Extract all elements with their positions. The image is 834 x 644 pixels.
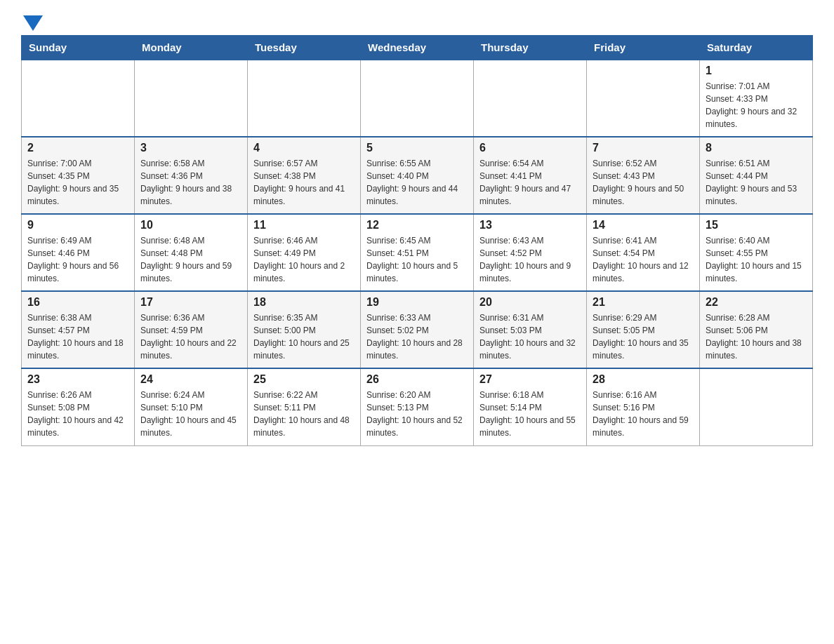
day-number: 20 bbox=[479, 296, 581, 309]
day-info: Sunrise: 6:31 AMSunset: 5:03 PMDaylight:… bbox=[479, 311, 581, 362]
day-info: Sunrise: 6:26 AMSunset: 5:08 PMDaylight:… bbox=[27, 389, 128, 439]
day-info: Sunrise: 6:57 AMSunset: 4:38 PMDaylight:… bbox=[253, 157, 355, 208]
week-row: 2Sunrise: 7:00 AMSunset: 4:35 PMDaylight… bbox=[22, 137, 813, 214]
day-number: 4 bbox=[253, 142, 355, 154]
logo bbox=[21, 14, 43, 28]
day-info: Sunrise: 6:18 AMSunset: 5:14 PMDaylight:… bbox=[479, 389, 581, 439]
page-header bbox=[21, 14, 813, 28]
calendar-cell bbox=[700, 368, 813, 445]
calendar-cell: 19Sunrise: 6:33 AMSunset: 5:02 PMDayligh… bbox=[361, 291, 474, 368]
day-number: 23 bbox=[27, 373, 128, 386]
calendar-cell: 21Sunrise: 6:29 AMSunset: 5:05 PMDayligh… bbox=[587, 291, 700, 368]
calendar-cell: 15Sunrise: 6:40 AMSunset: 4:55 PMDayligh… bbox=[700, 214, 813, 291]
calendar-cell: 16Sunrise: 6:38 AMSunset: 4:57 PMDayligh… bbox=[22, 291, 135, 368]
calendar-cell: 13Sunrise: 6:43 AMSunset: 4:52 PMDayligh… bbox=[474, 214, 587, 291]
day-info: Sunrise: 7:00 AMSunset: 4:35 PMDaylight:… bbox=[27, 157, 128, 208]
day-info: Sunrise: 7:01 AMSunset: 4:33 PMDaylight:… bbox=[706, 80, 807, 130]
day-number: 28 bbox=[593, 373, 694, 386]
calendar-cell bbox=[22, 60, 135, 137]
calendar-cell: 1Sunrise: 7:01 AMSunset: 4:33 PMDaylight… bbox=[700, 60, 813, 137]
day-number: 27 bbox=[479, 373, 581, 386]
calendar-cell bbox=[248, 60, 361, 137]
day-number: 12 bbox=[366, 219, 468, 232]
day-info: Sunrise: 6:33 AMSunset: 5:02 PMDaylight:… bbox=[366, 311, 468, 362]
day-number: 2 bbox=[27, 142, 128, 154]
calendar-cell: 26Sunrise: 6:20 AMSunset: 5:13 PMDayligh… bbox=[361, 368, 474, 445]
day-number: 10 bbox=[140, 219, 241, 232]
day-number: 6 bbox=[479, 142, 581, 154]
column-header-sunday: Sunday bbox=[22, 36, 135, 60]
week-row: 23Sunrise: 6:26 AMSunset: 5:08 PMDayligh… bbox=[22, 368, 813, 445]
header-row: SundayMondayTuesdayWednesdayThursdayFrid… bbox=[22, 36, 813, 60]
calendar-cell: 7Sunrise: 6:52 AMSunset: 4:43 PMDaylight… bbox=[587, 137, 700, 214]
calendar-cell: 10Sunrise: 6:48 AMSunset: 4:48 PMDayligh… bbox=[135, 214, 248, 291]
calendar-body: 1Sunrise: 7:01 AMSunset: 4:33 PMDaylight… bbox=[22, 60, 813, 445]
day-info: Sunrise: 6:46 AMSunset: 4:49 PMDaylight:… bbox=[253, 234, 355, 285]
day-info: Sunrise: 6:43 AMSunset: 4:52 PMDaylight:… bbox=[479, 234, 581, 285]
day-number: 9 bbox=[27, 219, 128, 232]
calendar-cell bbox=[135, 60, 248, 137]
day-info: Sunrise: 6:41 AMSunset: 4:54 PMDaylight:… bbox=[593, 234, 694, 285]
day-number: 19 bbox=[366, 296, 468, 309]
calendar-cell: 5Sunrise: 6:55 AMSunset: 4:40 PMDaylight… bbox=[361, 137, 474, 214]
calendar-cell: 2Sunrise: 7:00 AMSunset: 4:35 PMDaylight… bbox=[22, 137, 135, 214]
day-number: 16 bbox=[27, 296, 128, 309]
logo-triangle-icon bbox=[23, 15, 43, 31]
day-number: 1 bbox=[706, 65, 807, 77]
column-header-tuesday: Tuesday bbox=[248, 36, 361, 60]
day-number: 7 bbox=[593, 142, 694, 154]
calendar-cell: 17Sunrise: 6:36 AMSunset: 4:59 PMDayligh… bbox=[135, 291, 248, 368]
day-number: 5 bbox=[366, 142, 468, 154]
week-row: 1Sunrise: 7:01 AMSunset: 4:33 PMDaylight… bbox=[22, 60, 813, 137]
day-number: 17 bbox=[140, 296, 241, 309]
day-info: Sunrise: 6:16 AMSunset: 5:16 PMDaylight:… bbox=[593, 389, 694, 439]
calendar-header: SundayMondayTuesdayWednesdayThursdayFrid… bbox=[22, 36, 813, 60]
calendar-cell: 25Sunrise: 6:22 AMSunset: 5:11 PMDayligh… bbox=[248, 368, 361, 445]
day-number: 21 bbox=[593, 296, 694, 309]
calendar-cell: 3Sunrise: 6:58 AMSunset: 4:36 PMDaylight… bbox=[135, 137, 248, 214]
day-info: Sunrise: 6:35 AMSunset: 5:00 PMDaylight:… bbox=[253, 311, 355, 362]
day-info: Sunrise: 6:58 AMSunset: 4:36 PMDaylight:… bbox=[140, 157, 241, 208]
day-info: Sunrise: 6:45 AMSunset: 4:51 PMDaylight:… bbox=[366, 234, 468, 285]
day-number: 25 bbox=[253, 373, 355, 386]
day-info: Sunrise: 6:48 AMSunset: 4:48 PMDaylight:… bbox=[140, 234, 241, 285]
calendar-cell bbox=[587, 60, 700, 137]
calendar-cell: 18Sunrise: 6:35 AMSunset: 5:00 PMDayligh… bbox=[248, 291, 361, 368]
calendar-cell: 12Sunrise: 6:45 AMSunset: 4:51 PMDayligh… bbox=[361, 214, 474, 291]
day-number: 14 bbox=[593, 219, 694, 232]
day-number: 3 bbox=[140, 142, 241, 154]
day-info: Sunrise: 6:24 AMSunset: 5:10 PMDaylight:… bbox=[140, 389, 241, 439]
week-row: 16Sunrise: 6:38 AMSunset: 4:57 PMDayligh… bbox=[22, 291, 813, 368]
day-info: Sunrise: 6:52 AMSunset: 4:43 PMDaylight:… bbox=[593, 157, 694, 208]
day-number: 13 bbox=[479, 219, 581, 232]
calendar-cell: 28Sunrise: 6:16 AMSunset: 5:16 PMDayligh… bbox=[587, 368, 700, 445]
day-info: Sunrise: 6:20 AMSunset: 5:13 PMDaylight:… bbox=[366, 389, 468, 439]
day-info: Sunrise: 6:36 AMSunset: 4:59 PMDaylight:… bbox=[140, 311, 241, 362]
day-info: Sunrise: 6:55 AMSunset: 4:40 PMDaylight:… bbox=[366, 157, 468, 208]
calendar-cell: 8Sunrise: 6:51 AMSunset: 4:44 PMDaylight… bbox=[700, 137, 813, 214]
day-info: Sunrise: 6:49 AMSunset: 4:46 PMDaylight:… bbox=[27, 234, 128, 285]
day-number: 26 bbox=[366, 373, 468, 386]
calendar-cell: 6Sunrise: 6:54 AMSunset: 4:41 PMDaylight… bbox=[474, 137, 587, 214]
calendar-cell: 22Sunrise: 6:28 AMSunset: 5:06 PMDayligh… bbox=[700, 291, 813, 368]
day-number: 18 bbox=[253, 296, 355, 309]
day-number: 24 bbox=[140, 373, 241, 386]
day-info: Sunrise: 6:29 AMSunset: 5:05 PMDaylight:… bbox=[593, 311, 694, 362]
calendar-cell: 23Sunrise: 6:26 AMSunset: 5:08 PMDayligh… bbox=[22, 368, 135, 445]
calendar-cell: 4Sunrise: 6:57 AMSunset: 4:38 PMDaylight… bbox=[248, 137, 361, 214]
calendar-cell bbox=[474, 60, 587, 137]
day-number: 11 bbox=[253, 219, 355, 232]
svg-marker-0 bbox=[23, 15, 43, 31]
column-header-monday: Monday bbox=[135, 36, 248, 60]
column-header-saturday: Saturday bbox=[700, 36, 813, 60]
day-number: 15 bbox=[706, 219, 807, 232]
calendar-cell: 9Sunrise: 6:49 AMSunset: 4:46 PMDaylight… bbox=[22, 214, 135, 291]
day-info: Sunrise: 6:51 AMSunset: 4:44 PMDaylight:… bbox=[706, 157, 807, 208]
day-number: 8 bbox=[706, 142, 807, 154]
calendar-cell: 27Sunrise: 6:18 AMSunset: 5:14 PMDayligh… bbox=[474, 368, 587, 445]
day-info: Sunrise: 6:22 AMSunset: 5:11 PMDaylight:… bbox=[253, 389, 355, 439]
calendar-cell: 24Sunrise: 6:24 AMSunset: 5:10 PMDayligh… bbox=[135, 368, 248, 445]
calendar-cell: 20Sunrise: 6:31 AMSunset: 5:03 PMDayligh… bbox=[474, 291, 587, 368]
calendar-cell bbox=[361, 60, 474, 137]
calendar-cell: 11Sunrise: 6:46 AMSunset: 4:49 PMDayligh… bbox=[248, 214, 361, 291]
